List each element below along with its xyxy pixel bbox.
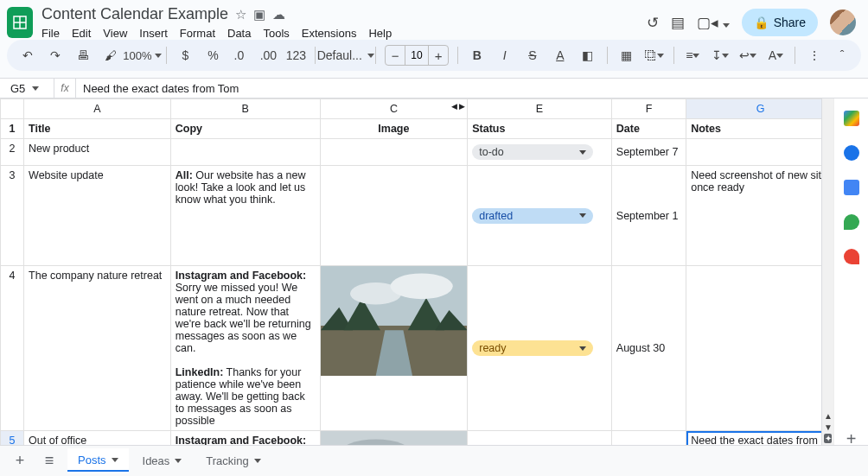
decrease-decimal-button[interactable]: .0	[230, 43, 251, 67]
column-header-A[interactable]: A	[24, 99, 171, 119]
menu-data[interactable]: Data	[227, 27, 251, 40]
menu-view[interactable]: View	[103, 27, 127, 40]
horizontal-align-button[interactable]: ≡	[682, 43, 703, 67]
vertical-scrollbar[interactable]: ▲ ▼ ✦	[821, 98, 833, 445]
undo-button[interactable]: ↶	[17, 43, 38, 67]
cloud-status-icon[interactable]: ☁	[272, 7, 285, 22]
add-sheet-button[interactable]: +	[9, 452, 31, 470]
cell-G5[interactable]: Need the exact dates from Tom	[686, 431, 821, 446]
redo-button[interactable]: ↷	[45, 43, 66, 67]
column-header-C[interactable]: C◀ ▶	[320, 99, 468, 119]
increase-font-button[interactable]: +	[429, 48, 448, 63]
text-rotate-button[interactable]: A	[765, 43, 786, 67]
comments-icon[interactable]: ▤	[671, 14, 685, 32]
header-cell-B[interactable]: Copy	[170, 119, 320, 139]
header-cell-F[interactable]: Date	[611, 119, 686, 139]
add-panel-icon[interactable]: +	[844, 429, 859, 445]
cell-G2[interactable]	[686, 139, 821, 166]
cell-A2[interactable]: New product	[24, 139, 171, 166]
increase-decimal-button[interactable]: .00	[258, 43, 278, 67]
sheet-tab-tracking[interactable]: Tracking	[195, 448, 271, 473]
font-family-dropdown[interactable]: Defaul...	[324, 43, 367, 67]
document-title[interactable]: Content Calendar Example	[41, 5, 228, 23]
header-cell-G[interactable]: Notes	[686, 119, 821, 139]
header-cell-C[interactable]: Image	[320, 119, 468, 139]
share-button[interactable]: 🔒 Share	[742, 9, 818, 36]
cell-B3[interactable]: All: Our website has a new look! Take a …	[170, 166, 320, 266]
cell-F5[interactable]: August 19	[611, 431, 686, 446]
text-wrap-button[interactable]: ↩	[737, 43, 758, 67]
status-chip[interactable]: drafted	[472, 208, 593, 224]
cell-E2[interactable]: to-do	[468, 139, 612, 166]
sheet-tab-ideas[interactable]: Ideas	[132, 448, 193, 473]
menu-format[interactable]: Format	[180, 27, 215, 40]
borders-button[interactable]: ▦	[616, 43, 637, 67]
zoom-dropdown[interactable]: 100%	[128, 43, 157, 67]
cell-E3[interactable]: drafted	[468, 166, 612, 266]
menu-extensions[interactable]: Extensions	[302, 27, 357, 40]
paint-format-button[interactable]: 🖌	[100, 43, 121, 67]
sheet-tab-posts[interactable]: Posts	[67, 448, 129, 473]
font-size-input[interactable]	[405, 46, 429, 65]
text-color-button[interactable]: A	[550, 43, 571, 67]
row-header-3[interactable]: 3	[1, 166, 24, 266]
cell-A4[interactable]: The company nature retreat	[24, 266, 171, 431]
menu-tools[interactable]: Tools	[263, 27, 289, 40]
merge-cells-button[interactable]: ⿻	[644, 43, 665, 67]
column-header-F[interactable]: F	[611, 99, 686, 119]
header-cell-E[interactable]: Status	[468, 119, 612, 139]
more-tools-button[interactable]: ⋮	[804, 43, 825, 67]
row-header-2[interactable]: 2	[1, 139, 24, 166]
cell-F3[interactable]: September 1	[611, 166, 686, 266]
row-header-4[interactable]: 4	[1, 266, 24, 431]
maps-panel-icon[interactable]	[844, 249, 859, 264]
cell-F4[interactable]: August 30	[611, 266, 686, 431]
cell-C5[interactable]	[320, 431, 468, 446]
cell-B4[interactable]: Instagram and Facebook: Sorry we missed …	[170, 266, 320, 431]
menu-edit[interactable]: Edit	[72, 27, 91, 40]
select-all-corner[interactable]	[1, 99, 24, 119]
row-header-1[interactable]: 1	[1, 119, 24, 139]
fill-color-button[interactable]: ◧	[578, 43, 598, 67]
name-box[interactable]: G5	[0, 82, 54, 95]
vertical-align-button[interactable]: ↧	[710, 43, 731, 67]
menu-help[interactable]: Help	[368, 27, 392, 40]
cell-C2[interactable]	[320, 139, 468, 166]
cell-B5[interactable]: Instagram and Facebook: You can send us …	[170, 431, 320, 446]
decrease-font-button[interactable]: −	[386, 48, 405, 63]
account-avatar[interactable]	[830, 10, 856, 35]
column-header-E[interactable]: E	[468, 99, 612, 119]
sheets-app-icon[interactable]	[7, 7, 33, 38]
explore-button[interactable]: ✦	[824, 434, 832, 443]
cell-C3[interactable]	[320, 166, 468, 266]
cell-C4[interactable]	[320, 266, 468, 431]
status-chip[interactable]: to-do	[472, 144, 593, 160]
cell-F2[interactable]: September 7	[611, 139, 686, 166]
print-button[interactable]: 🖶	[73, 43, 93, 67]
row-header-5[interactable]: 5	[1, 431, 24, 446]
keep-panel-icon[interactable]	[844, 145, 859, 161]
column-header-B[interactable]: B	[170, 99, 320, 119]
cell-A3[interactable]: Website update	[24, 166, 171, 266]
cell-G4[interactable]	[686, 266, 821, 431]
cell-E4[interactable]: ready	[468, 266, 612, 431]
bold-button[interactable]: B	[467, 43, 488, 67]
italic-button[interactable]: I	[495, 43, 515, 67]
cell-B2[interactable]	[170, 139, 320, 166]
scroll-down-icon[interactable]: ▼	[824, 422, 832, 432]
column-header-G[interactable]: G	[686, 99, 821, 119]
format-percent-button[interactable]: %	[202, 43, 223, 67]
strikethrough-button[interactable]: S	[522, 43, 543, 67]
calendar-panel-icon[interactable]	[844, 111, 859, 126]
spreadsheet-grid[interactable]: ABC◀ ▶EFG1TitleCopyImageStatusDateNotes2…	[0, 98, 821, 445]
contacts-panel-icon[interactable]	[844, 214, 859, 230]
collapse-toolbar-button[interactable]: ˆ	[832, 43, 852, 67]
menu-file[interactable]: File	[41, 27, 60, 40]
cell-A5[interactable]: Out of office	[24, 431, 171, 446]
scroll-up-icon[interactable]: ▲	[824, 411, 832, 421]
all-sheets-button[interactable]: ≡	[38, 452, 61, 470]
star-icon[interactable]: ☆	[235, 7, 246, 22]
history-icon[interactable]: ↺	[647, 14, 659, 32]
format-currency-button[interactable]: $	[175, 43, 195, 67]
status-chip[interactable]: ready	[472, 340, 593, 356]
